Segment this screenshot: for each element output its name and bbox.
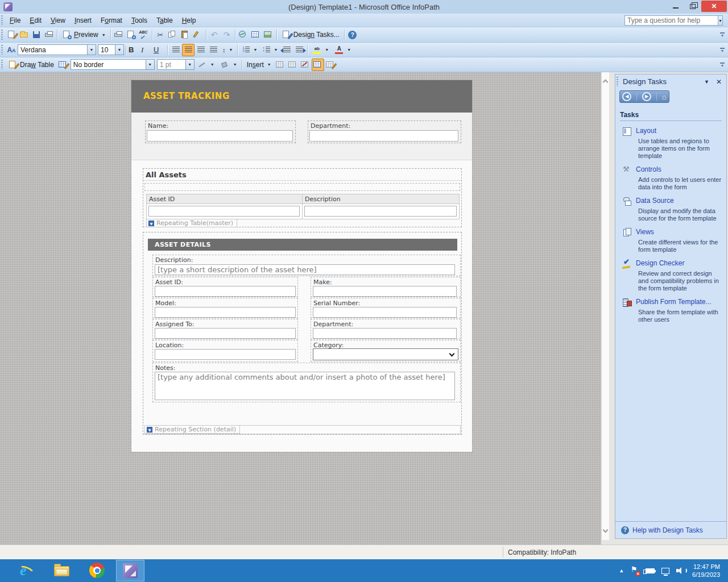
design-tasks-item-design-checker[interactable]: Design Checker bbox=[622, 259, 722, 268]
menu-format[interactable]: Format bbox=[96, 15, 127, 26]
taskbar-clock[interactable]: 12:47 PM 6/19/2023 bbox=[692, 563, 722, 579]
views-link[interactable]: Views bbox=[636, 228, 654, 237]
asset-description-input[interactable]: [type a short description of the asset h… bbox=[155, 264, 455, 275]
insert-menu-button[interactable]: Insert ▼ bbox=[244, 59, 274, 71]
repeating-section-tab[interactable]: ▼ Repeating Section (detail) bbox=[144, 425, 240, 434]
panel-menu-button[interactable]: ▼ bbox=[701, 79, 713, 85]
model-input[interactable] bbox=[155, 307, 296, 318]
justify-button[interactable] bbox=[207, 44, 220, 56]
panel-close-button[interactable]: ✕ bbox=[713, 78, 726, 86]
align-right-button[interactable] bbox=[195, 44, 207, 56]
numbered-list-button[interactable]: ▼ bbox=[239, 44, 260, 56]
help-question-input[interactable] bbox=[624, 15, 718, 26]
bold-button[interactable]: B bbox=[128, 44, 140, 56]
print-preview-button[interactable] bbox=[125, 28, 138, 41]
menu-table[interactable]: Table bbox=[152, 15, 177, 26]
close-button[interactable]: ✕ bbox=[701, 1, 727, 12]
menu-edit[interactable]: Edit bbox=[25, 15, 46, 26]
menu-tools[interactable]: Tools bbox=[127, 15, 152, 26]
italic-button[interactable]: I bbox=[140, 44, 153, 56]
data-source-link[interactable]: Data Source bbox=[636, 197, 674, 206]
design-checker-link[interactable]: Design Checker bbox=[636, 259, 684, 268]
cut-button[interactable]: ✂ bbox=[154, 28, 167, 41]
asset-id-input[interactable] bbox=[148, 206, 300, 217]
toolbar-options-button[interactable]: ▼ bbox=[719, 32, 726, 37]
draw-table-button[interactable]: Draw Table bbox=[5, 59, 57, 71]
make-input[interactable] bbox=[313, 286, 457, 297]
redo-button[interactable]: ↷ bbox=[221, 28, 233, 41]
vertical-scrollbar[interactable] bbox=[601, 72, 609, 540]
repeating-table-tab[interactable]: ▼ Repeating Table(master) bbox=[146, 219, 237, 227]
border-color-button[interactable]: ▼ bbox=[195, 59, 217, 71]
line-spacing-button[interactable]: ↕▼ bbox=[220, 44, 235, 56]
design-tasks-item-views[interactable]: Views bbox=[622, 228, 722, 237]
split-cells-button[interactable] bbox=[299, 59, 312, 71]
details-department-input[interactable] bbox=[313, 328, 457, 339]
details-asset-id-input[interactable] bbox=[155, 286, 296, 297]
undo-button[interactable]: ↶ bbox=[208, 28, 221, 41]
copy-button[interactable] bbox=[167, 28, 179, 41]
save-button[interactable] bbox=[30, 28, 43, 41]
font-style-button[interactable]: AA bbox=[5, 44, 18, 56]
show-gridlines-button[interactable] bbox=[312, 59, 324, 71]
insert-hyperlink-button[interactable] bbox=[237, 28, 250, 41]
insert-rows-button[interactable] bbox=[287, 59, 299, 71]
design-tasks-item-controls[interactable]: Controls bbox=[622, 165, 722, 174]
menu-insert[interactable]: Insert bbox=[70, 15, 96, 26]
preview-button[interactable]: Preview ▼ bbox=[59, 28, 109, 41]
power-icon[interactable] bbox=[646, 568, 655, 573]
controls-link[interactable]: Controls bbox=[636, 165, 661, 174]
scroll-down-icon[interactable] bbox=[603, 527, 609, 533]
font-name-combo[interactable]: Verdana ▼ bbox=[18, 44, 96, 55]
name-input[interactable] bbox=[147, 130, 293, 142]
restore-button[interactable] bbox=[684, 1, 701, 12]
description-input[interactable] bbox=[304, 206, 457, 217]
menu-view[interactable]: View bbox=[46, 15, 70, 26]
border-style-combo[interactable]: No border ▼ bbox=[71, 59, 155, 70]
table-properties-button[interactable] bbox=[324, 59, 337, 71]
category-select[interactable] bbox=[313, 348, 458, 360]
design-tasks-item-layout[interactable]: Layout bbox=[622, 127, 722, 136]
help-question-dropdown[interactable]: ▼ bbox=[718, 15, 723, 26]
underline-button[interactable]: U bbox=[153, 44, 166, 56]
highlight-button[interactable]: ab ▼ bbox=[309, 44, 332, 56]
new-form-button[interactable] bbox=[5, 28, 18, 41]
design-tasks-item-publish[interactable]: Publish Form Template... bbox=[622, 298, 722, 307]
align-left-button[interactable] bbox=[169, 44, 182, 56]
scroll-up-icon[interactable] bbox=[603, 80, 609, 85]
infopath-taskbar-button[interactable] bbox=[116, 560, 144, 581]
menu-help[interactable]: Help bbox=[177, 15, 201, 26]
location-input[interactable] bbox=[155, 349, 296, 360]
spelling-button[interactable]: ABC✓ bbox=[138, 28, 150, 41]
notes-textarea[interactable]: [type any additional comments about and/… bbox=[155, 372, 455, 400]
design-tasks-button[interactable]: Design Tasks... bbox=[279, 28, 342, 41]
assigned-to-input[interactable] bbox=[155, 328, 296, 339]
font-size-combo[interactable]: 10 ▼ bbox=[98, 44, 124, 55]
help-with-design-tasks[interactable]: ? Help with Design Tasks bbox=[615, 521, 726, 538]
print-button[interactable] bbox=[43, 28, 55, 41]
align-center-button[interactable] bbox=[182, 44, 195, 56]
asset-details-header-bar[interactable]: ASSET DETAILS bbox=[148, 239, 457, 251]
insert-picture-button[interactable] bbox=[262, 28, 275, 41]
increase-indent-button[interactable] bbox=[293, 44, 305, 56]
home-button[interactable]: ⌂ bbox=[662, 93, 667, 101]
table-pencil-button[interactable] bbox=[57, 59, 69, 71]
menu-file[interactable]: File bbox=[5, 15, 25, 26]
print-2-button[interactable] bbox=[113, 28, 125, 41]
network-icon[interactable] bbox=[661, 568, 669, 574]
serial-number-input[interactable] bbox=[313, 307, 457, 318]
toolbar-options-button[interactable]: ▼ bbox=[719, 63, 726, 67]
help-button[interactable]: ? bbox=[346, 28, 359, 41]
design-tasks-item-data-source[interactable]: Data Source bbox=[622, 197, 722, 206]
paste-button[interactable] bbox=[179, 28, 192, 41]
publish-link[interactable]: Publish Form Template... bbox=[636, 298, 712, 307]
bulleted-list-button[interactable]: ▼ bbox=[260, 44, 280, 56]
font-color-button[interactable]: A ▼ bbox=[332, 44, 354, 56]
forward-button[interactable]: ▶ bbox=[642, 92, 651, 101]
department-input[interactable] bbox=[309, 130, 458, 142]
format-painter-button[interactable] bbox=[192, 28, 204, 41]
insert-column-button[interactable] bbox=[274, 59, 287, 71]
internet-explorer-button[interactable]: e bbox=[18, 562, 35, 579]
open-button[interactable] bbox=[18, 28, 30, 41]
form-header-bar[interactable]: ASSET TRACKING bbox=[131, 80, 472, 113]
